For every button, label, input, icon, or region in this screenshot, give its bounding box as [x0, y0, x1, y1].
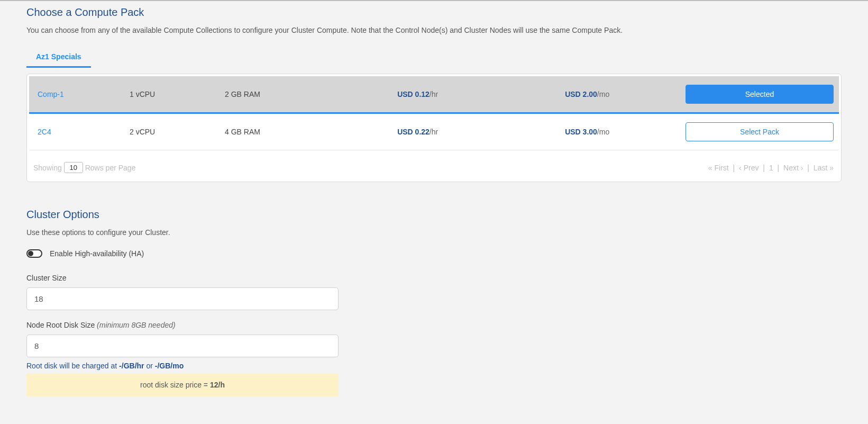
compute-table: Comp-1 1 vCPU 2 GB RAM USD 0.12/hr USD 2…: [29, 76, 839, 150]
pack-price-hr: USD 0.12/hr: [336, 76, 499, 113]
cluster-options-title: Cluster Options: [26, 209, 365, 221]
pager-next[interactable]: Next ›: [782, 164, 804, 172]
table-footer: Showing Rows per Page « First | ‹ Prev |…: [29, 150, 839, 173]
root-disk-help-mid: or: [144, 362, 155, 370]
cluster-size-label: Cluster Size: [26, 274, 365, 282]
select-pack-button[interactable]: Select Pack: [686, 122, 834, 141]
pager-sep: |: [762, 164, 766, 172]
rows-per-page-input[interactable]: [64, 162, 83, 173]
root-disk-label-main: Node Root Disk Size: [26, 321, 97, 329]
pager-prev[interactable]: ‹ Prev: [738, 164, 760, 172]
cluster-options-section: Cluster Options Use these options to con…: [26, 209, 365, 396]
pack-price-mo-unit: /mo: [597, 128, 609, 136]
cluster-options-desc: Use these options to configure your Clus…: [26, 228, 365, 237]
root-disk-price-banner: root disk size price = 12/h: [26, 373, 339, 396]
compute-card: Comp-1 1 vCPU 2 GB RAM USD 0.12/hr USD 2…: [26, 74, 842, 182]
pager-sep: |: [806, 164, 810, 172]
root-disk-help-rate1: -/GB/hr: [119, 362, 144, 370]
pack-price-hr-main: USD 0.22: [397, 128, 430, 136]
compute-desc: You can choose from any of the available…: [26, 26, 842, 34]
pack-price-mo-unit: /mo: [597, 90, 609, 98]
compute-tabs: Az1 Specials: [26, 47, 842, 68]
pager-last[interactable]: Last »: [812, 164, 835, 172]
pack-vcpu: 2 vCPU: [124, 113, 220, 150]
pack-ram: 2 GB RAM: [220, 76, 336, 113]
compute-section: Choose a Compute Pack You can choose fro…: [26, 6, 842, 182]
ha-toggle-label: Enable High-availability (HA): [50, 249, 144, 258]
pager-first[interactable]: « First: [707, 164, 730, 172]
root-disk-field: Node Root Disk Size (minimum 8GB needed)…: [26, 321, 365, 396]
root-disk-label-note: (minimum 8GB needed): [97, 321, 176, 329]
root-disk-help-rate2: -/GB/mo: [155, 362, 184, 370]
compute-title: Choose a Compute Pack: [26, 6, 842, 19]
pack-price-hr-unit: /hr: [430, 90, 438, 98]
root-disk-help-prefix: Root disk will be charged at: [26, 362, 119, 370]
pack-price-hr-unit: /hr: [430, 128, 438, 136]
pack-name-link[interactable]: Comp-1: [34, 90, 64, 98]
banner-prefix: root disk size price =: [140, 381, 210, 389]
rows-per-page: Showing Rows per Page: [33, 162, 135, 173]
cluster-size-field: Cluster Size: [26, 274, 365, 310]
rows-per-page-label: Rows per Page: [85, 164, 136, 172]
pack-name-link[interactable]: 2C4: [34, 128, 51, 136]
pack-price-hr: USD 0.22/hr: [336, 113, 499, 150]
pager-sep: |: [776, 164, 781, 172]
ha-toggle-row: Enable High-availability (HA): [26, 249, 365, 258]
pager: « First | ‹ Prev | 1 | Next › | Last »: [707, 164, 835, 172]
pager-page: 1: [768, 164, 774, 172]
pack-price-mo-main: USD 2.00: [565, 90, 597, 98]
ha-toggle[interactable]: [26, 249, 42, 258]
pager-sep: |: [732, 164, 736, 172]
pack-ram: 4 GB RAM: [220, 113, 336, 150]
selected-button[interactable]: Selected: [686, 85, 834, 104]
showing-label: Showing: [33, 164, 62, 172]
pack-price-mo-main: USD 3.00: [565, 128, 597, 136]
banner-value: 12/h: [210, 381, 225, 389]
cluster-size-input[interactable]: [26, 287, 339, 310]
pack-price-mo: USD 2.00/mo: [499, 76, 675, 113]
table-row: Comp-1 1 vCPU 2 GB RAM USD 0.12/hr USD 2…: [29, 76, 839, 113]
root-disk-input[interactable]: [26, 335, 339, 357]
root-disk-label: Node Root Disk Size (minimum 8GB needed): [26, 321, 365, 329]
pack-price-mo: USD 3.00/mo: [499, 113, 675, 150]
table-row: 2C4 2 vCPU 4 GB RAM USD 0.22/hr USD 3.00…: [29, 113, 839, 150]
pack-price-hr-main: USD 0.12: [397, 90, 430, 98]
pack-vcpu: 1 vCPU: [124, 76, 220, 113]
tab-az1-specials[interactable]: Az1 Specials: [26, 47, 91, 68]
root-disk-help: Root disk will be charged at -/GB/hr or …: [26, 362, 365, 370]
